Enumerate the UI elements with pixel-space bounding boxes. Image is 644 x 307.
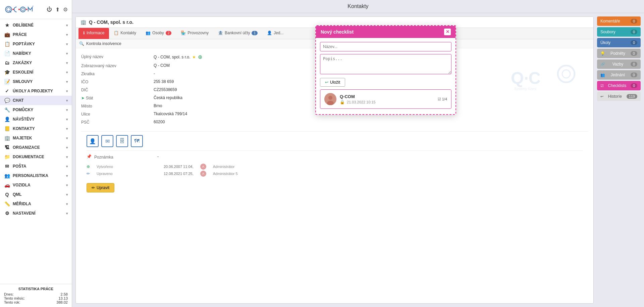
stats-year: Tento rok: 388.02 xyxy=(4,300,68,304)
historie-button[interactable]: ↩ Historíe 119 xyxy=(597,92,641,101)
sidebar-item-qml[interactable]: Q QML ▾ xyxy=(0,190,72,199)
vcard-icon: 👤 xyxy=(89,138,96,144)
tab-informace-label: Informace xyxy=(87,31,104,35)
sidebar-item-personalistika[interactable]: 👥 PERSONALISTIKA ▾ xyxy=(0,171,72,180)
page-title: Kontakty xyxy=(347,3,368,9)
podnety-label: Podněty xyxy=(610,51,625,56)
lock-icon: 🔒 xyxy=(340,100,345,104)
stats-today-label: Dnes: xyxy=(4,292,14,296)
tab-informace[interactable]: ℹ Informace xyxy=(78,28,109,39)
sidebar-item-ukoly[interactable]: ✓ ÚKOLY A PROJEKTY ▾ xyxy=(0,86,72,96)
email-button[interactable]: ✉ xyxy=(101,135,113,147)
tab-kontakty[interactable]: 📋 Kontakty xyxy=(109,28,141,39)
tab-bankovni[interactable]: 🏦 Bankovní účty 1 xyxy=(213,28,262,39)
sidebar-item-label: NÁVŠTĚVY xyxy=(13,117,35,122)
modal-close-button[interactable]: ✕ xyxy=(444,29,451,35)
historie-icon: ↩ xyxy=(600,94,603,99)
tab-bankovni-label: Bankovní účty xyxy=(225,31,250,35)
sidebar-item-label: KONTAKTY xyxy=(13,126,35,131)
checklist-item-name: Q-COM xyxy=(340,94,434,99)
historie-label: Historíe xyxy=(608,94,622,99)
ukoly-label: Úkoly xyxy=(600,40,610,45)
historie-badge: 119 xyxy=(627,94,637,99)
podnety-button[interactable]: 💡 Podněty 0 xyxy=(597,49,641,58)
tab-provozovny[interactable]: 🏪 Provozovny xyxy=(176,28,213,39)
created-avatar: A xyxy=(200,164,206,170)
jednani-badge: 0 xyxy=(631,73,637,77)
database-icon: 🗄 xyxy=(119,138,125,144)
up-icon[interactable]: ⬆ xyxy=(55,6,60,13)
sidebar-item-label: CHAT xyxy=(13,98,23,103)
sidebar-item-chat[interactable]: 💬 CHAT ▾ xyxy=(0,96,72,105)
ukoly-badge: 0 xyxy=(631,40,637,45)
checklist-save-button[interactable]: ↩ Uložit xyxy=(320,78,345,87)
sidebar-item-oblibene[interactable]: ★ OBLÍBENÉ ▾ xyxy=(0,20,72,30)
sidebar-item-zakazky[interactable]: 🗂 ZAKÁZKY ▾ xyxy=(0,58,72,68)
sidebar-item-nabidky[interactable]: 📄 NABÍDKY ▾ xyxy=(0,49,72,58)
modal-title: Nový checklist xyxy=(321,29,354,35)
database-button[interactable]: 🗄 xyxy=(116,135,128,147)
power-icon[interactable]: ⏻ xyxy=(47,6,52,12)
sidebar-item-dokumentace[interactable]: 📁 DOKUMENTACE ▾ xyxy=(0,152,72,162)
chevron-icon: ▾ xyxy=(66,202,68,206)
sidebar-item-label: PERSONALISTIKA xyxy=(13,173,48,178)
sidebar-item-kontakty[interactable]: 📒 KONTAKTY ▾ xyxy=(0,124,72,133)
kontakty-tab-icon: 📋 xyxy=(114,31,119,35)
tab-jednatel[interactable]: 👤 Jed... xyxy=(262,28,288,39)
sidebar-item-meridla[interactable]: 📏 MĚŘIDLA ▾ xyxy=(0,199,72,209)
sidebar-item-vozidla[interactable]: 🚗 VOZIDLA ▾ xyxy=(0,180,72,190)
svg-text:®: ® xyxy=(33,5,34,7)
settings-icon[interactable]: ⚙ xyxy=(63,6,68,13)
meridla-icon: 📏 xyxy=(4,201,10,207)
chevron-icon: ▾ xyxy=(66,155,68,159)
add-icon[interactable]: ⊕ xyxy=(198,54,202,60)
favorite-icon: ★ xyxy=(192,55,196,59)
chevron-icon: ▾ xyxy=(66,193,68,196)
vazby-badge: 0 xyxy=(631,62,637,67)
soubory-button[interactable]: Soubory 0 xyxy=(597,27,641,37)
checklist-name-input[interactable] xyxy=(320,42,451,51)
jednani-button[interactable]: 👥 Jednání 0 xyxy=(597,70,641,80)
komentare-button[interactable]: Komentáře 0 xyxy=(597,16,641,26)
checklist-description-input[interactable] xyxy=(320,54,451,74)
label-abbreviation: Zkratka xyxy=(81,71,148,76)
checklists-icon: ☑ xyxy=(600,84,604,88)
map-button[interactable]: 🗺 xyxy=(131,135,143,147)
search-icon: 🔍 xyxy=(79,41,84,46)
edit-button[interactable]: ✏ Upravit xyxy=(87,183,114,192)
sidebar-item-eskoleni[interactable]: 🎓 eSKOLENÍ ▾ xyxy=(0,68,72,77)
ukoly-button[interactable]: Úkoly 0 xyxy=(597,38,641,47)
sidebar-item-organizace[interactable]: 🏗 ORGANIZACE ▾ xyxy=(0,143,72,152)
majetek-icon: 🏢 xyxy=(4,135,10,141)
checklist-item[interactable]: Q-COM 🔒 21.03.2022 10:15 ☑ 1/4 xyxy=(320,89,451,109)
chevron-icon: ▾ xyxy=(66,146,68,149)
sidebar-item-poptavky[interactable]: 📋 POPTÁVKY ▾ xyxy=(0,39,72,49)
sidebar-item-majetek[interactable]: 🏢 MAJETEK ▾ xyxy=(0,133,72,143)
navstevy-icon: 👤 xyxy=(4,117,10,122)
vazby-button[interactable]: 🔗 Vazby 0 xyxy=(597,59,641,69)
sidebar-item-label: MAJETEK xyxy=(13,136,32,140)
sidebar-item-nastaveni[interactable]: ⚙ NASTAVENÍ ▾ xyxy=(0,209,72,218)
tab-osoby[interactable]: 👥 Osoby 2 xyxy=(141,28,176,39)
created-row: ⊕ Vytvořeno 20.06.2007 11:04, A Administ… xyxy=(87,164,583,170)
chevron-icon: ▾ xyxy=(66,42,68,46)
info-circle-icon: ℹ xyxy=(83,31,85,35)
vcard-button[interactable]: 👤 xyxy=(87,135,99,147)
checklist-date: 21.03.2022 10:15 xyxy=(347,100,376,104)
label-psc: PSČ xyxy=(81,119,148,125)
svg-point-4 xyxy=(18,9,20,10)
chevron-icon: ▾ xyxy=(66,89,68,93)
sidebar-item-pomucky[interactable]: 🔧 POMŮCKY ▾ xyxy=(0,105,72,115)
sidebar-item-posta[interactable]: ✉ POŠTA ▾ xyxy=(0,162,72,171)
stats-month-value: 13.13 xyxy=(58,296,68,300)
insolvency-label: Kontrola insolvence xyxy=(86,41,121,46)
sidebar-top-controls: ⏻ ⬆ ⚙ xyxy=(47,6,68,13)
jednatel-tab-icon: 👤 xyxy=(267,31,272,35)
modal-header: Nový checklist ✕ xyxy=(316,26,455,38)
checklists-badge: 0 xyxy=(631,83,637,88)
sidebar-item-prace[interactable]: 💼 PRÁCE ▾ xyxy=(0,30,72,39)
sidebar-item-navstevy[interactable]: 👤 NÁVŠTĚVY ▾ xyxy=(0,115,72,124)
checklists-button[interactable]: ☑ Checklists 0 xyxy=(597,81,641,90)
modified-row: ✏ Upraveno 12.08.2021 07:25, A Administr… xyxy=(87,171,583,177)
sidebar-item-smlouvy[interactable]: 📝 SMLOUVY ▾ xyxy=(0,77,72,86)
